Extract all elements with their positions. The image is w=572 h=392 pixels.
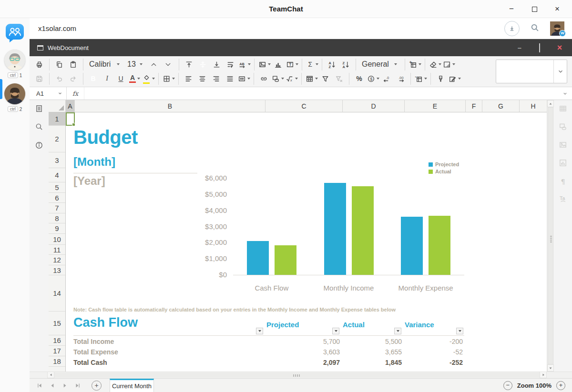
download-button[interactable]	[504, 21, 520, 36]
column-header-g[interactable]: G	[482, 100, 520, 112]
row-header-17[interactable]: 17	[49, 346, 65, 356]
column-header-d[interactable]: D	[343, 100, 405, 112]
row-header-14[interactable]: 14	[49, 275, 65, 312]
doc-close-button[interactable]: ×	[556, 43, 563, 53]
insert-chart-button[interactable]	[271, 58, 285, 71]
filter-dropdown-1[interactable]	[256, 328, 263, 334]
font-size-decrease-button[interactable]	[162, 59, 174, 70]
align-left-button[interactable]	[182, 72, 195, 85]
align-middle-button[interactable]	[196, 58, 210, 71]
chart-panel-icon[interactable]	[559, 159, 567, 167]
column-header-b[interactable]: B	[75, 100, 266, 112]
underline-button[interactable]: U	[114, 72, 128, 85]
cell-styles-gallery[interactable]	[496, 60, 567, 83]
row-header-13[interactable]: 13	[49, 265, 65, 275]
user-1[interactable]: ctrl 1	[0, 50, 30, 78]
row-header-7[interactable]: 7	[49, 203, 65, 213]
wrap-text-button[interactable]	[224, 58, 237, 71]
insert-link-button[interactable]	[257, 72, 271, 85]
format-as-table-button[interactable]	[305, 72, 318, 85]
insert-image-button[interactable]	[257, 58, 271, 71]
insert-shape-button[interactable]	[271, 72, 285, 85]
row-header-2[interactable]: 2	[49, 126, 65, 152]
font-color-button[interactable]: A	[128, 72, 142, 85]
row-header-16[interactable]: 16	[49, 335, 65, 346]
borders-button[interactable]	[162, 72, 175, 85]
row-header-15[interactable]: 15	[49, 312, 65, 335]
doc-minimize-button[interactable]: −	[516, 44, 523, 52]
doc-maximize-button[interactable]	[536, 44, 543, 52]
filter-dropdown-3[interactable]	[394, 328, 401, 334]
cell-styles-expand-button[interactable]	[553, 60, 567, 83]
window-close-button[interactable]: ×	[553, 5, 562, 13]
profile-avatar[interactable]: W	[550, 21, 564, 36]
row-header-3[interactable]: 3	[49, 152, 65, 168]
scroll-down-button[interactable]	[547, 364, 554, 372]
delete-cells-button[interactable]: -	[414, 72, 428, 85]
undo-button[interactable]	[52, 72, 66, 85]
paste-button[interactable]	[66, 58, 80, 71]
paragraph-panel-icon[interactable]: ¶	[559, 177, 567, 185]
horizontal-scrollbar[interactable]	[30, 372, 572, 378]
justify-button[interactable]	[223, 72, 237, 85]
insert-textbox-button[interactable]: T	[285, 58, 299, 71]
conditional-formatting-button[interactable]	[442, 58, 456, 71]
previous-sheet-button[interactable]	[49, 382, 55, 389]
font-family-select[interactable]: Calibri	[86, 59, 123, 70]
sort-descending-button[interactable]: ZA	[339, 58, 353, 71]
scroll-up-button[interactable]	[547, 100, 554, 107]
row-header-1[interactable]: 1	[49, 112, 65, 126]
row-header-11[interactable]: 11	[49, 245, 65, 255]
window-maximize-button[interactable]	[530, 5, 539, 13]
vertical-scrollbar[interactable]	[547, 100, 554, 372]
zoom-in-button[interactable]: +	[556, 381, 565, 390]
redo-button[interactable]	[66, 72, 80, 85]
sheet-canvas[interactable]: Budget [Month] [Year] $0$1,000$2,000$3,0…	[66, 112, 547, 372]
align-bottom-button[interactable]	[210, 58, 224, 71]
search-sheet-icon[interactable]	[35, 122, 43, 131]
url-text[interactable]: x1solar.com	[30, 24, 504, 32]
row-header-18[interactable]: 18	[49, 356, 65, 367]
copy-button[interactable]	[52, 58, 66, 71]
decrease-decimal-button[interactable]: .0	[380, 72, 394, 85]
row-header-6[interactable]: 6	[49, 193, 65, 203]
percent-style-button[interactable]: %	[352, 72, 366, 85]
user-2[interactable]: ctrl 2	[0, 83, 30, 112]
filter-button[interactable]	[318, 72, 332, 85]
vertical-scroll-thumb[interactable]	[548, 107, 553, 364]
filter-dropdown-2[interactable]	[332, 328, 339, 334]
bar-actual-monthly-expense[interactable]	[429, 216, 450, 275]
selected-cell-a1[interactable]	[66, 112, 75, 126]
last-sheet-button[interactable]	[74, 382, 81, 389]
info-icon[interactable]	[35, 141, 43, 150]
shape-panel-icon[interactable]	[559, 122, 567, 131]
text-orientation-button[interactable]: AB	[237, 58, 251, 71]
bar-actual-cash-flow[interactable]	[275, 245, 296, 275]
column-header-a[interactable]: A	[66, 100, 75, 112]
textart-panel-icon[interactable]: Ta	[559, 195, 567, 203]
bar-projected-cash-flow[interactable]	[247, 241, 269, 275]
sheet-tab-current-month[interactable]: Current Month	[110, 379, 154, 392]
select-all-corner[interactable]	[49, 100, 66, 112]
column-header-e[interactable]: E	[405, 100, 466, 112]
filter-dropdown-4[interactable]	[456, 328, 463, 334]
column-header-h[interactable]: H	[520, 100, 547, 112]
insert-formula-button[interactable]: x	[285, 72, 298, 85]
formula-bar-expand-button[interactable]	[558, 91, 572, 96]
page-layout-icon[interactable]	[35, 104, 43, 113]
clear-button[interactable]	[428, 58, 442, 71]
horizontal-scroll-thumb[interactable]	[54, 372, 540, 378]
row-header-10[interactable]: 10	[49, 234, 65, 245]
row-header-8[interactable]: 8	[49, 213, 65, 223]
column-header-c[interactable]: C	[266, 100, 343, 112]
bar-projected-monthly-expense[interactable]	[401, 217, 423, 275]
image-panel-icon[interactable]	[559, 141, 567, 149]
format-painter-button[interactable]	[434, 72, 448, 85]
fill-color-button[interactable]	[142, 72, 155, 85]
save-button[interactable]	[32, 72, 46, 85]
align-center-button[interactable]	[195, 72, 209, 85]
table-panel-icon[interactable]	[559, 104, 567, 113]
italic-button[interactable]: I	[100, 72, 114, 85]
search-button[interactable]	[530, 23, 540, 34]
align-right-button[interactable]	[209, 72, 223, 85]
